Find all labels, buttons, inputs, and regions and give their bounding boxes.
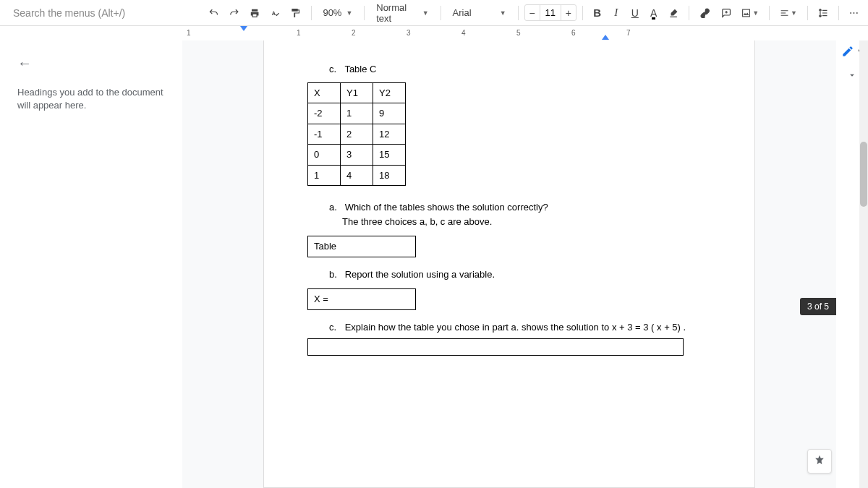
separator <box>518 6 519 20</box>
answer-b-box[interactable]: X = <box>307 288 416 310</box>
table-row: -219 <box>308 103 406 124</box>
collapse-rail-button[interactable] <box>843 67 861 84</box>
underline-button[interactable]: U <box>626 4 644 22</box>
font-size-increase[interactable]: + <box>561 6 576 20</box>
zoom-dropdown[interactable]: 90%▼ <box>317 4 358 21</box>
question-b: b. Report the solution using a variable. <box>329 267 711 282</box>
table-c[interactable]: XY1Y2 -219 -1212 0315 1418 <box>307 82 406 187</box>
separator <box>689 6 689 20</box>
insert-image-button[interactable]: ▼ <box>737 4 763 22</box>
table-row: XY1Y2 <box>308 82 406 103</box>
document-area: c. Table C XY1Y2 -219 -1212 0315 1418 a.… <box>182 40 836 488</box>
text-color-button[interactable]: A <box>645 4 663 22</box>
line-spacing-button[interactable] <box>814 4 833 22</box>
more-button[interactable]: ⋯ <box>845 4 862 22</box>
undo-button[interactable] <box>204 4 223 22</box>
page[interactable]: c. Table C XY1Y2 -219 -1212 0315 1418 a.… <box>263 40 755 488</box>
separator <box>769 6 770 20</box>
outline-sidebar: ← Headings you add to the document will … <box>0 40 182 488</box>
separator <box>364 6 365 20</box>
table-c-heading: c. Table C <box>329 62 711 77</box>
add-comment-button[interactable] <box>717 4 736 22</box>
toolbar: Search the menus (Alt+/) 90%▼ Normal tex… <box>0 0 868 26</box>
ruler-number: 6 <box>571 29 576 37</box>
ruler-number: 2 <box>352 29 356 37</box>
italic-button[interactable]: I <box>608 4 625 22</box>
highlight-button[interactable] <box>664 4 683 22</box>
bold-button[interactable]: B <box>589 4 606 22</box>
separator <box>311 6 312 20</box>
page-indicator: 3 of 5 <box>800 298 836 315</box>
menu-search[interactable]: Search the menus (Alt+/) <box>6 3 136 23</box>
scrollbar-thumb[interactable] <box>860 142 867 207</box>
style-dropdown[interactable]: Normal text▼ <box>370 0 434 27</box>
font-dropdown[interactable]: Arial▼ <box>447 4 512 21</box>
font-size-group: − + <box>524 4 576 21</box>
explore-button[interactable] <box>807 449 832 474</box>
font-size-input[interactable] <box>540 5 561 20</box>
separator <box>838 6 839 20</box>
ruler-first-line-indent[interactable] <box>240 26 247 31</box>
outline-empty-hint: Headings you add to the document will ap… <box>17 86 165 112</box>
paint-format-button[interactable] <box>286 4 305 22</box>
close-outline-button[interactable]: ← <box>17 55 165 72</box>
ruler-number: 7 <box>626 29 631 37</box>
align-button[interactable]: ▼ <box>775 4 801 22</box>
separator <box>807 6 808 20</box>
ruler[interactable]: 1 1 2 3 4 5 6 7 <box>182 26 868 40</box>
question-a: a. Which of the tables shows the solutio… <box>329 200 711 228</box>
redo-button[interactable] <box>225 4 244 22</box>
svg-rect-0 <box>743 9 750 17</box>
answer-a-box[interactable]: Table <box>307 236 416 257</box>
ruler-number: 5 <box>516 29 521 37</box>
scrollbar-track[interactable] <box>859 40 868 488</box>
question-c: c. Explain how the table you chose in pa… <box>329 320 711 335</box>
spellcheck-button[interactable] <box>265 4 284 22</box>
answer-c-box[interactable] <box>307 338 684 356</box>
table-row: 0315 <box>308 145 406 166</box>
ruler-number: 3 <box>407 29 411 37</box>
ruler-number: 4 <box>461 29 466 37</box>
table-row: -1212 <box>308 124 406 145</box>
ruler-right-indent[interactable] <box>602 35 609 40</box>
print-button[interactable] <box>245 4 264 22</box>
separator <box>582 6 583 20</box>
ruler-number: 1 <box>187 29 191 37</box>
table-row: 1418 <box>308 165 406 186</box>
separator <box>441 6 441 20</box>
font-size-decrease[interactable]: − <box>525 6 540 20</box>
insert-link-button[interactable] <box>695 4 715 22</box>
ruler-number: 1 <box>297 29 301 37</box>
